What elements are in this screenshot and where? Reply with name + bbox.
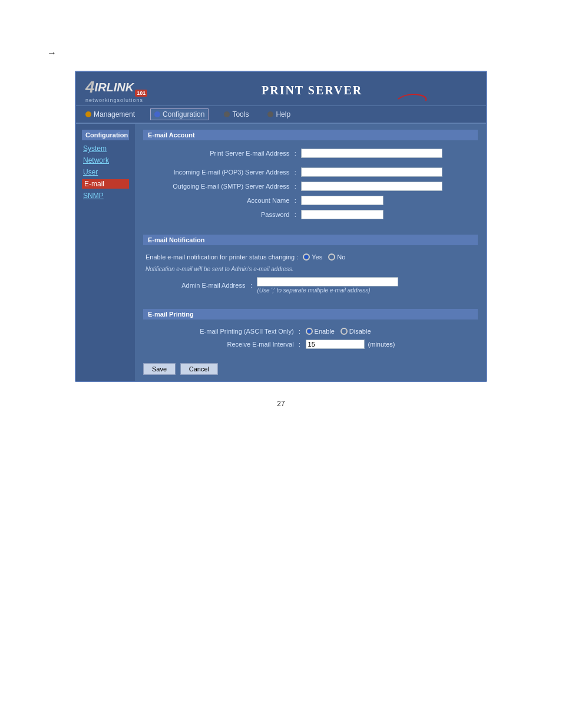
page-content: → 4 IRLINK 101 networkingsolutions Print…: [47, 46, 515, 408]
colon-ps-email: :: [292, 147, 299, 159]
nav-dot-tools: [224, 111, 230, 117]
colon-admin-email: :: [247, 276, 254, 295]
email-notification-header: E-mail Notification: [143, 235, 478, 245]
colon-account-name: :: [292, 195, 299, 206]
notification-radio-group: Yes No: [303, 253, 345, 261]
input-account-name[interactable]: [301, 196, 384, 205]
arrow-instruction: →: [47, 46, 515, 60]
colon-interval: :: [296, 338, 303, 350]
spacer-1: [143, 229, 478, 235]
nav-dot-configuration: [154, 111, 160, 117]
label-interval: Receive E-mail Interval: [143, 338, 296, 350]
interval-unit: (minutes): [368, 341, 395, 348]
nav-configuration-label: Configuration: [163, 110, 204, 118]
colon-smtp: :: [292, 180, 299, 192]
input-cell-ps-email: [299, 147, 478, 159]
swirl-decoration: [394, 90, 429, 102]
ps-nav: Management Configuration Tools Help: [76, 106, 486, 124]
input-cell-pop3: [299, 166, 478, 178]
email-notification-table: Enable e-mail notification for printer s…: [143, 250, 478, 297]
radio-yes-label[interactable]: Yes: [303, 253, 322, 261]
radio-disable-label[interactable]: Disable: [340, 328, 371, 335]
nav-help[interactable]: Help: [264, 109, 294, 120]
email-account-table: Print Server E-mail Address : Incoming E…: [143, 145, 478, 223]
ps-header: 4 IRLINK 101 networkingsolutions Print S…: [76, 72, 486, 106]
cancel-button[interactable]: Cancel: [180, 363, 218, 375]
input-cell-smtp: [299, 180, 478, 192]
sidebar-item-system[interactable]: System: [82, 144, 129, 153]
input-smtp[interactable]: [301, 182, 442, 191]
label-ps-email: Print Server E-mail Address: [143, 147, 292, 159]
input-cell-password: [299, 209, 478, 220]
ps-title-text: Print Server: [262, 84, 362, 97]
input-cell-account-name: [299, 195, 478, 206]
nav-tools-label: Tools: [232, 110, 249, 118]
radio-disable-dot: [340, 328, 348, 335]
radio-no-label[interactable]: No: [328, 253, 345, 261]
print-server-ui: 4 IRLINK 101 networkingsolutions Print S…: [75, 71, 487, 382]
input-admin-email[interactable]: [257, 277, 398, 286]
sidebar-item-email[interactable]: E-mail: [82, 179, 129, 189]
field-ps-email: Print Server E-mail Address :: [143, 147, 478, 159]
field-pop3: Incoming E-mail (POP3) Server Address :: [143, 166, 478, 178]
row-notification-note: Notification e-mail will be sent to Admi…: [143, 264, 478, 274]
nav-management[interactable]: Management: [82, 109, 138, 120]
radio-enable-dot: [306, 328, 313, 335]
spacer-row-1: [143, 162, 478, 164]
input-ps-email[interactable]: [301, 149, 442, 158]
cell-ascii-radio: Enable Disable: [303, 327, 478, 336]
ascii-radio-group: Enable Disable: [306, 328, 475, 335]
enable-notification-label: Enable e-mail notification for printer s…: [146, 253, 298, 261]
ps-logo: 4 IRLINK 101 networkingsolutions: [85, 78, 147, 103]
admin-email-note: (Use ';' to separate multiple e-mail add…: [257, 287, 370, 294]
ps-title: Print Server: [147, 84, 477, 97]
cell-interval: (minutes): [303, 338, 478, 350]
row-ascii-printing: E-mail Printing (ASCII Text Only) : Enab…: [143, 327, 478, 336]
page-number: 27: [47, 400, 515, 408]
nav-tools[interactable]: Tools: [220, 109, 252, 120]
email-printing-table: E-mail Printing (ASCII Text Only) : Enab…: [143, 324, 478, 353]
label-admin-email: Admin E-mail Address: [143, 276, 247, 295]
save-button[interactable]: Save: [143, 363, 176, 375]
nav-dot-management: [85, 111, 91, 117]
nav-configuration[interactable]: Configuration: [150, 108, 209, 120]
button-row: Save Cancel: [143, 358, 478, 375]
colon-ascii: :: [296, 327, 303, 336]
field-smtp: Outgoing E-mail (SMTP) Server Address :: [143, 180, 478, 192]
notification-note: Notification e-mail will be sent to Admi…: [146, 266, 294, 272]
label-account-name: Account Name: [143, 195, 292, 206]
ps-body: Configuration System Network User E-mail…: [76, 124, 486, 381]
colon-password: :: [292, 209, 299, 220]
row-admin-email: Admin E-mail Address : (Use ';' to separ…: [143, 276, 478, 295]
ps-main: E-mail Account Print Server E-mail Addre…: [135, 124, 486, 381]
no-label-text: No: [337, 253, 345, 261]
input-pop3[interactable]: [301, 167, 442, 177]
sidebar-item-network[interactable]: Network: [82, 156, 129, 165]
logo-airlink: 4 IRLINK 101: [85, 78, 147, 97]
cell-notification-note: Notification e-mail will be sent to Admi…: [143, 264, 478, 274]
label-smtp: Outgoing E-mail (SMTP) Server Address: [143, 180, 292, 192]
field-password: Password :: [143, 209, 478, 220]
email-printing-header: E-mail Printing: [143, 309, 478, 319]
arrow-icon: →: [47, 46, 57, 60]
nav-help-label: Help: [276, 110, 290, 118]
radio-no-dot: [328, 253, 335, 261]
yes-label-text: Yes: [312, 253, 322, 261]
intro-text-2: →: [47, 46, 515, 60]
sidebar-section-title: Configuration: [82, 130, 129, 140]
sidebar-item-user[interactable]: User: [82, 167, 129, 177]
logo-sub: networkingsolutions: [85, 97, 143, 103]
sidebar-item-snmp[interactable]: SNMP: [82, 191, 129, 200]
row-interval: Receive E-mail Interval : (minutes): [143, 338, 478, 350]
enable-text: Enable: [315, 328, 335, 335]
input-interval[interactable]: [306, 340, 365, 349]
disable-text: Disable: [349, 328, 371, 335]
nav-management-label: Management: [94, 110, 135, 118]
cell-enable-notification: Enable e-mail notification for printer s…: [143, 252, 478, 262]
field-account-name: Account Name :: [143, 195, 478, 206]
logo-101-badge: 101: [135, 90, 147, 97]
radio-enable-label[interactable]: Enable: [306, 328, 335, 335]
colon-pop3: :: [292, 166, 299, 178]
label-ascii: E-mail Printing (ASCII Text Only): [143, 327, 296, 336]
input-password[interactable]: [301, 210, 384, 219]
